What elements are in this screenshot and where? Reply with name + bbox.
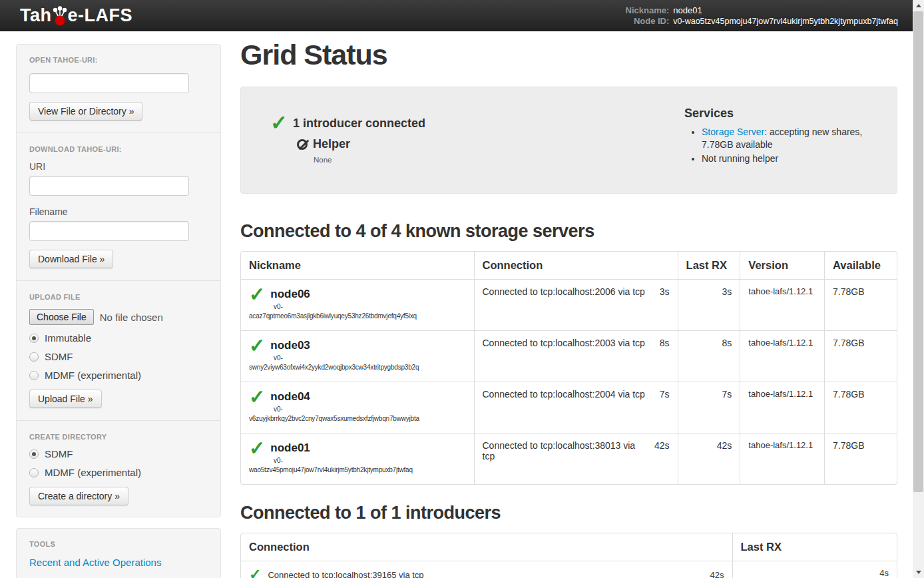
radio-icon[interactable] — [29, 352, 39, 362]
introducers-section-heading: Connected to 1 of 1 introducers — [240, 503, 897, 523]
col-header-available: Available — [824, 252, 897, 279]
server-nickname: node03 — [270, 339, 310, 352]
radio-label: Immutable — [45, 332, 91, 344]
server-nickname: node04 — [270, 390, 310, 404]
main-content: Grid Status ✓ 1 introducer connected Hel… — [240, 31, 897, 578]
check-icon: ✓ — [270, 115, 288, 132]
nickname-value: node01 — [673, 5, 898, 15]
servers-section-heading: Connected to 4 of 4 known storage server… — [240, 221, 897, 242]
node-id-label: Node ID: — [626, 16, 670, 26]
scroll-down-icon[interactable] — [913, 567, 924, 578]
check-icon: ✓ — [249, 568, 261, 578]
server-connection: Connected to tcp:localhost:38013 via tcp — [483, 440, 648, 461]
check-icon: ✓ — [249, 440, 265, 456]
download-tahoe-uri-label: DOWNLOAD TAHOE-URI: — [29, 145, 208, 153]
circle-slash-icon — [297, 139, 308, 150]
radio-label: SDMF — [45, 448, 73, 459]
server-available: 7.78GB — [824, 279, 897, 330]
helper-value: None — [314, 156, 684, 164]
sidebar-divider — [17, 133, 220, 133]
create-radio-mdmf[interactable]: MDMF (experimental) — [29, 467, 208, 478]
service-item-helper: Not running helper — [702, 152, 884, 165]
server-available: 7.78GB — [824, 382, 897, 433]
server-version: tahoe-lafs/1.12.1 — [740, 279, 824, 330]
download-uri-input[interactable] — [29, 176, 189, 196]
services-title: Services — [684, 107, 884, 121]
brand-text-post: e-LAFS — [68, 5, 133, 26]
radio-label: MDMF (experimental) — [45, 370, 141, 381]
table-row: ✓ node03 v0- swny2viyw63ofxwi4x2yykd2woq… — [241, 330, 897, 382]
server-version: tahoe-lafs/1.12.1 — [740, 382, 824, 433]
upload-file-label: UPLOAD FILE — [29, 293, 208, 301]
radio-icon[interactable] — [29, 334, 39, 343]
check-icon: ✓ — [249, 286, 265, 302]
helper-title: Helper — [313, 137, 350, 151]
tools-panel: TOOLS Recent and Active Operations — [16, 528, 221, 578]
choose-file-button[interactable]: Choose File — [29, 309, 94, 325]
radio-icon[interactable] — [29, 449, 39, 459]
create-radio-sdmf[interactable]: SDMF — [29, 448, 208, 459]
node-id-value: v0-wao5tzv45pmoju47jow7rvl4ukirjm5ytbh2k… — [673, 17, 898, 26]
table-row: ✓ node06 v0- acaz7qptmeo6m3asjlgkb6iwlyu… — [241, 279, 897, 330]
storage-server-link[interactable]: Storage Server — [702, 127, 764, 137]
server-version: tahoe-lafs/1.12.1 — [740, 433, 824, 484]
open-tahoe-uri-input[interactable] — [29, 73, 189, 93]
node-meta: Nickname: node01 Node ID: v0-wao5tzv45pm… — [626, 5, 898, 26]
page-title: Grid Status — [240, 39, 897, 71]
view-file-or-directory-button[interactable]: View File or Directory » — [29, 102, 142, 121]
sidebar-forms-panel: OPEN TAHOE-URI: View File or Directory »… — [16, 44, 221, 517]
brand-text-pre: Tah — [20, 5, 52, 26]
service-item-storage: Storage Server: accepting new shares, 7.… — [702, 126, 884, 151]
create-directory-button[interactable]: Create a directory » — [29, 487, 128, 505]
col-header-version: Version — [740, 252, 824, 279]
server-connection-time: 8s — [660, 338, 670, 348]
col-header-lastrx: Last RX — [732, 533, 897, 561]
scrollbar-thumb[interactable] — [913, 11, 923, 492]
col-header-connection: Connection — [474, 252, 678, 279]
uri-field-label: URI — [29, 161, 208, 172]
open-tahoe-uri-label: OPEN TAHOE-URI: — [29, 56, 208, 64]
col-header-connection: Connection — [241, 533, 732, 561]
no-file-chosen-text: No file chosen — [100, 312, 163, 323]
filename-field-label: Filename — [29, 206, 208, 217]
server-nickname: node06 — [270, 288, 310, 301]
col-header-lastrx: Last RX — [678, 252, 740, 279]
introducers-table: Connection Last RX ✓ Connected to tcp:lo… — [240, 533, 897, 578]
table-row: ✓ Connected to tcp:localhost:39165 via t… — [241, 561, 897, 578]
table-header-row: Connection Last RX — [241, 533, 897, 561]
col-header-nickname: Nickname — [241, 252, 474, 279]
well-status-column: ✓ 1 introducer connected Helper None — [254, 100, 684, 180]
download-file-button[interactable]: Download File » — [29, 250, 113, 268]
server-connection: Connected to tcp:localhost:2004 via tcp — [483, 389, 645, 400]
helper-status-line: Helper — [297, 137, 684, 151]
server-id-hash: v6zuyjkbrrkqy2bvc2cny7qwax5sxumedsxfzfjw… — [249, 415, 466, 422]
server-connection-time: 7s — [660, 389, 670, 400]
sidebar-divider — [17, 280, 220, 281]
sidebar-divider — [17, 420, 220, 421]
scroll-up-icon[interactable] — [913, 0, 924, 11]
radio-icon[interactable] — [29, 371, 39, 380]
upload-radio-sdmf[interactable]: SDMF — [29, 351, 208, 362]
upload-radio-immutable[interactable]: Immutable — [29, 332, 208, 344]
upload-radio-mdmf[interactable]: MDMF (experimental) — [29, 370, 208, 381]
server-last-rx: 7s — [678, 382, 740, 433]
introducer-connection-time: 42s — [710, 570, 724, 578]
introducer-status-text: 1 introducer connected — [293, 117, 425, 131]
storage-servers-table: Nickname Connection Last RX Version Avai… — [240, 251, 897, 485]
server-id-hash: wao5tzv45pmoju47jow7rvl4ukirjm5ytbh2kjty… — [249, 466, 466, 473]
server-connection-time: 3s — [660, 286, 670, 297]
grid-status-well: ✓ 1 introducer connected Helper None Ser… — [240, 87, 897, 194]
table-row: ✓ node04 v0- v6zuyjkbrrkqy2bvc2cny7qwax5… — [241, 382, 897, 433]
server-id-prefix: v0- — [274, 354, 466, 362]
server-available: 7.78GB — [824, 433, 897, 484]
upload-file-button[interactable]: Upload File » — [29, 390, 102, 408]
sidebar: OPEN TAHOE-URI: View File or Directory »… — [16, 44, 221, 578]
vertical-scrollbar[interactable] — [913, 0, 924, 578]
introducer-status-line: ✓ 1 introducer connected — [270, 115, 684, 132]
tahoe-lafs-logo[interactable]: Tah e-LAFS — [20, 5, 132, 26]
server-version: tahoe-lafs/1.12.1 — [740, 330, 824, 382]
radio-icon[interactable] — [29, 468, 39, 477]
recent-operations-link[interactable]: Recent and Active Operations — [29, 557, 208, 568]
services-list: Storage Server: accepting new shares, 7.… — [684, 126, 884, 165]
download-filename-input[interactable] — [29, 221, 189, 241]
